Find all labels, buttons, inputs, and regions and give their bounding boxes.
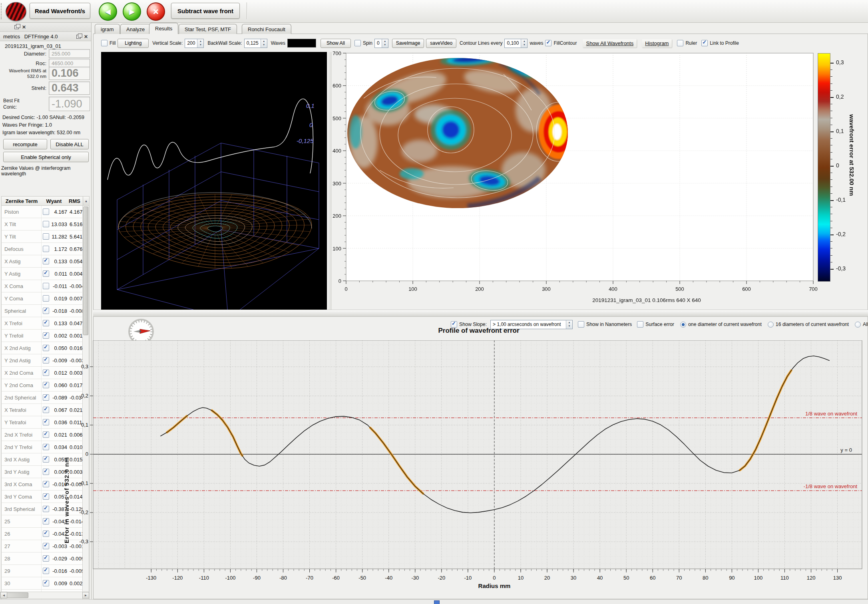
zernike-term: Y Tilt xyxy=(2,230,42,242)
zernike-rms-value: 5.641 xyxy=(67,234,83,240)
tab-analyze[interactable]: Analyze xyxy=(120,24,151,34)
laser-wavelength-text: Igram laser wavelength: 532.00 nm xyxy=(2,130,80,135)
dock-close-icon[interactable]: ✕ xyxy=(22,25,26,30)
metrics-float-icon[interactable] xyxy=(76,35,81,39)
zernike-enable-checkbox[interactable] xyxy=(43,456,49,463)
svg-text:80: 80 xyxy=(703,575,708,581)
zernike-enable-checkbox[interactable] xyxy=(43,469,49,475)
zernike-enable-checkbox[interactable] xyxy=(43,332,49,339)
col-zernike-term[interactable]: Zernike Term xyxy=(2,198,42,204)
tab-results[interactable]: Results xyxy=(149,23,178,34)
lighting-button[interactable]: Lighting xyxy=(117,39,149,48)
zernike-enable-checkbox[interactable] xyxy=(43,394,49,401)
spin-spinbox[interactable]: 0▲▼ xyxy=(374,39,388,48)
zernike-enable-checkbox[interactable] xyxy=(43,221,49,227)
zernike-enable-checkbox[interactable] xyxy=(43,555,49,562)
horizontal-splitter[interactable] xyxy=(93,310,868,317)
histogram-button[interactable]: Histogram xyxy=(642,39,672,48)
wireframe-surface xyxy=(118,193,312,268)
ruler-checkbox[interactable] xyxy=(677,40,683,46)
zernike-enable-checkbox[interactable] xyxy=(43,308,49,314)
zernike-enable-checkbox[interactable] xyxy=(43,320,49,326)
roc-label: Roc: xyxy=(3,60,46,66)
strehl-label: Strehl: xyxy=(3,85,46,91)
zernike-enable-checkbox[interactable] xyxy=(43,295,49,302)
metrics-close-icon[interactable]: ✕ xyxy=(84,34,88,39)
zernike-enable-checkbox[interactable] xyxy=(43,568,49,574)
zernike-enable-checkbox[interactable] xyxy=(43,258,49,264)
show-all-button[interactable]: Show All xyxy=(321,39,351,48)
table-scroll-up-icon[interactable]: ▲ xyxy=(83,197,89,205)
one-diameter-radio[interactable] xyxy=(680,322,686,328)
read-wavefronts-button[interactable]: Read Wavefront/s xyxy=(30,3,90,19)
disable-all-button[interactable]: Disable ALL xyxy=(50,139,89,149)
all-wavefronts-radio[interactable] xyxy=(855,322,861,328)
zernike-term: Y Tetrafoi xyxy=(2,416,42,428)
colorbar-tick xyxy=(830,97,834,98)
back-button[interactable]: ◀ xyxy=(99,2,117,21)
zernike-enable-checkbox[interactable] xyxy=(43,518,49,525)
zernike-enable-checkbox[interactable] xyxy=(43,493,49,500)
zernike-enable-checkbox[interactable] xyxy=(43,506,49,512)
delete-wavefront-button[interactable]: ✕ xyxy=(147,2,165,21)
close-x-icon: ✕ xyxy=(153,7,159,16)
zernike-enable-checkbox[interactable] xyxy=(43,543,49,549)
zernike-vscroll-thumb[interactable] xyxy=(83,207,88,335)
col-wyant[interactable]: Wyant xyxy=(42,198,66,204)
dock-scroll-right-icon[interactable]: ► xyxy=(82,592,89,598)
forward-button[interactable]: ▶ xyxy=(123,2,141,21)
waves-color-swatch[interactable] xyxy=(287,39,316,48)
zernike-enable-checkbox[interactable] xyxy=(43,481,49,487)
diameter-field[interactable]: 255.000 xyxy=(49,49,90,58)
roc-field[interactable]: 4650.000 xyxy=(49,59,90,68)
colorbar-label: wavefront error at 532.00 nm xyxy=(844,114,855,234)
toolbar-grip[interactable] xyxy=(1,3,4,19)
contour-view[interactable]: 0100200300400500600700700600500400300200… xyxy=(332,50,868,310)
vertical-scale-spinbox[interactable]: 200▲▼ xyxy=(185,39,204,48)
zernike-term: Y Trefoil xyxy=(2,330,42,342)
link-to-profile-checkbox[interactable] xyxy=(701,40,708,46)
subtract-wavefront-button[interactable]: Subtract wave front xyxy=(171,3,240,19)
zernike-enable-checkbox[interactable] xyxy=(43,580,49,586)
spin-checkbox[interactable] xyxy=(354,40,361,46)
dock-scroll-left-icon[interactable]: ◄ xyxy=(0,592,7,598)
dock-float-icon[interactable] xyxy=(14,25,19,29)
tab-ronchi-foucault[interactable]: Ronchi Foucault xyxy=(242,24,291,34)
show-all-wavefronts-button[interactable]: Show All Wavefronts xyxy=(583,39,637,48)
zernike-wyant-value: 0.009 xyxy=(49,580,67,586)
dock-hscrollbar[interactable]: ◄ ► xyxy=(0,592,90,599)
backwall-scale-spinbox[interactable]: 0,125▲▼ xyxy=(244,39,267,48)
fill-checkbox[interactable] xyxy=(101,40,108,46)
recompute-button[interactable]: recompute xyxy=(3,139,47,149)
svg-text:30: 30 xyxy=(571,575,576,581)
profile-chart[interactable]: 1/8 wave on wavefront-1/8 wave on wavefr… xyxy=(73,340,864,590)
save-image-button[interactable]: SaveImage xyxy=(392,39,424,48)
sixteen-diameters-radio[interactable] xyxy=(768,322,774,328)
zernike-enable-checkbox[interactable] xyxy=(43,530,49,537)
dock-hscroll-thumb[interactable] xyxy=(7,592,28,598)
zernike-enable-checkbox[interactable] xyxy=(43,382,49,388)
zernike-enable-checkbox[interactable] xyxy=(43,419,49,425)
surface3d-view[interactable] xyxy=(101,52,327,310)
zernike-enable-checkbox[interactable] xyxy=(43,431,49,438)
zernike-enable-checkbox[interactable] xyxy=(43,283,49,289)
current-file-name: 20191231_igram_03_01 xyxy=(5,43,61,49)
save-video-button[interactable]: saveVideo xyxy=(426,39,456,48)
zernike-enable-checkbox[interactable] xyxy=(43,209,49,215)
zernike-enable-checkbox[interactable] xyxy=(43,246,49,252)
zernike-enable-checkbox[interactable] xyxy=(43,357,49,364)
tab-igram[interactable]: igram xyxy=(95,24,120,34)
col-rms[interactable]: RMS xyxy=(66,198,83,204)
vertical-splitter[interactable] xyxy=(327,52,332,310)
fill-contour-checkbox[interactable] xyxy=(545,40,551,46)
tab-star-test-psf-mtf[interactable]: Star Test, PSF, MTF xyxy=(179,24,237,34)
zernike-enable-checkbox[interactable] xyxy=(43,444,49,450)
enable-spherical-only-button[interactable]: Enable Spherical only xyxy=(3,152,89,162)
surface-error-checkbox[interactable] xyxy=(637,321,643,328)
zernike-enable-checkbox[interactable] xyxy=(43,270,49,277)
zernike-enable-checkbox[interactable] xyxy=(43,345,49,351)
contour-every-spinbox[interactable]: 0,100▲▼ xyxy=(504,39,528,48)
zernike-enable-checkbox[interactable] xyxy=(43,407,49,413)
zernike-enable-checkbox[interactable] xyxy=(43,233,49,240)
zernike-enable-checkbox[interactable] xyxy=(43,370,49,376)
